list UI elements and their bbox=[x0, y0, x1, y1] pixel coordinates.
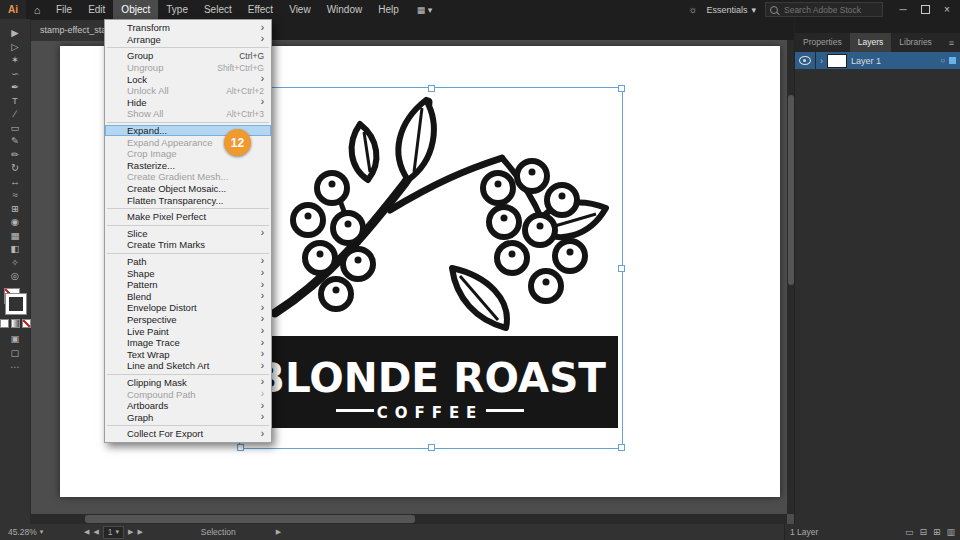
menu-item-graph[interactable]: Graph› bbox=[105, 411, 271, 423]
mesh-tool[interactable]: ▦ bbox=[3, 229, 27, 243]
gradient-button[interactable] bbox=[11, 319, 20, 328]
selection-bounding-box[interactable] bbox=[239, 87, 623, 449]
status-expand-icon[interactable]: ▶ bbox=[276, 528, 281, 536]
menu-item-envelope-distort[interactable]: Envelope Distort› bbox=[105, 302, 271, 314]
expand-chevron-icon[interactable]: › bbox=[820, 56, 823, 66]
menu-item-live-paint[interactable]: Live Paint› bbox=[105, 325, 271, 337]
type-tool[interactable]: T bbox=[3, 94, 27, 108]
menu-item-path[interactable]: Path› bbox=[105, 256, 271, 268]
vertical-scrollbar-thumb[interactable] bbox=[788, 95, 794, 285]
selection-handle[interactable] bbox=[428, 85, 435, 92]
home-icon[interactable]: ⌂ bbox=[26, 4, 48, 16]
menu-item-shape[interactable]: Shape› bbox=[105, 267, 271, 279]
menu-item-blend[interactable]: Blend› bbox=[105, 290, 271, 302]
change-screen-mode-button[interactable]: ▢ bbox=[3, 346, 27, 360]
make-clipping-mask-icon[interactable]: ▭ bbox=[905, 527, 914, 537]
menu-item-make-pixel-perfect[interactable]: Make Pixel Perfect bbox=[105, 211, 271, 223]
menu-item-collect-for-export[interactable]: Collect For Export› bbox=[105, 428, 271, 440]
arrange-documents-icon[interactable]: ▦ ▾ bbox=[417, 5, 433, 15]
artboard-number-box[interactable]: 1 ▾ bbox=[103, 526, 124, 539]
menubar-menu-edit[interactable]: Edit bbox=[80, 0, 113, 19]
none-button[interactable] bbox=[22, 319, 31, 328]
menu-item-rasterize[interactable]: Rasterize... bbox=[105, 160, 271, 172]
width-tool[interactable]: ≈ bbox=[3, 188, 27, 202]
menu-item-flatten-transparency[interactable]: Flatten Transparency... bbox=[105, 194, 271, 206]
menubar-menu-effect[interactable]: Effect bbox=[240, 0, 281, 19]
menubar-menu-object[interactable]: Object bbox=[113, 0, 158, 19]
last-artboard-button[interactable]: ▶ bbox=[137, 528, 142, 536]
panel-menu-icon[interactable]: ≡ bbox=[943, 38, 960, 48]
layer-name[interactable]: Layer 1 bbox=[851, 56, 936, 66]
delete-layer-icon[interactable]: ▥ bbox=[946, 527, 955, 537]
visibility-eye-icon[interactable] bbox=[799, 56, 811, 65]
lasso-tool[interactable]: ∽ bbox=[3, 67, 27, 81]
menu-item-lock[interactable]: Lock› bbox=[105, 73, 271, 85]
line-segment-tool[interactable]: ∕ bbox=[3, 107, 27, 121]
blend-tool[interactable]: ◎ bbox=[3, 269, 27, 283]
menu-item-create-trim-marks[interactable]: Create Trim Marks bbox=[105, 239, 271, 251]
zoom-control[interactable]: 45.28% ▾ bbox=[0, 527, 70, 537]
menu-item-slice[interactable]: Slice› bbox=[105, 228, 271, 240]
selection-handle[interactable] bbox=[618, 265, 625, 272]
minimize-button[interactable]: ─ bbox=[892, 0, 914, 19]
panel-tab-layers[interactable]: Layers bbox=[850, 33, 892, 52]
menu-item-perspective[interactable]: Perspective› bbox=[105, 314, 271, 326]
menubar-menu-window[interactable]: Window bbox=[319, 0, 371, 19]
menubar-menu-help[interactable]: Help bbox=[370, 0, 407, 19]
color-button[interactable] bbox=[0, 319, 9, 328]
menubar-menu-view[interactable]: View bbox=[281, 0, 319, 19]
layer-row[interactable]: ›Layer 1○ bbox=[795, 52, 960, 69]
eyedropper-tool[interactable]: ✧ bbox=[3, 256, 27, 270]
panel-tab-libraries[interactable]: Libraries bbox=[891, 33, 940, 52]
gradient-tool[interactable]: ◧ bbox=[3, 242, 27, 256]
menu-item-create-object-mosaic[interactable]: Create Object Mosaic... bbox=[105, 183, 271, 195]
menubar-menu-type[interactable]: Type bbox=[158, 0, 196, 19]
selection-handle[interactable] bbox=[237, 444, 244, 451]
selection-handle[interactable] bbox=[618, 85, 625, 92]
selection-handle[interactable] bbox=[428, 444, 435, 451]
rotate-tool[interactable]: ↻ bbox=[3, 161, 27, 175]
menu-item-clipping-mask[interactable]: Clipping Mask› bbox=[105, 377, 271, 389]
selection-tool[interactable]: ▶ bbox=[3, 26, 27, 40]
search-input[interactable] bbox=[782, 4, 876, 16]
free-transform-tool[interactable]: ⊞ bbox=[3, 202, 27, 216]
create-new-sublayer-icon[interactable]: ⊟ bbox=[919, 527, 927, 537]
next-artboard-button[interactable]: ▶ bbox=[128, 528, 133, 536]
pencil-tool[interactable]: ✏ bbox=[3, 148, 27, 162]
magic-wand-tool[interactable]: ✶ bbox=[3, 53, 27, 67]
stroke-color-swatch[interactable] bbox=[6, 294, 26, 314]
horizontal-scrollbar-thumb[interactable] bbox=[85, 515, 415, 523]
menu-item-pattern[interactable]: Pattern› bbox=[105, 279, 271, 291]
menu-item-arrange[interactable]: Arrange› bbox=[105, 34, 271, 46]
panel-tab-properties[interactable]: Properties bbox=[795, 33, 850, 52]
selection-handle[interactable] bbox=[618, 444, 625, 451]
stock-search-box[interactable] bbox=[765, 2, 883, 17]
menu-item-text-wrap[interactable]: Text Wrap› bbox=[105, 348, 271, 360]
menu-item-transform[interactable]: Transform› bbox=[105, 22, 271, 34]
menubar-menu-select[interactable]: Select bbox=[196, 0, 240, 19]
draw-normal-mode-button[interactable]: ▣ bbox=[3, 332, 27, 346]
paintbrush-tool[interactable]: ✎ bbox=[3, 134, 27, 148]
menubar-menu-file[interactable]: File bbox=[48, 0, 80, 19]
restore-button[interactable] bbox=[914, 0, 936, 19]
menu-item-hide[interactable]: Hide› bbox=[105, 97, 271, 109]
workspace-switcher[interactable]: Essentials ▾ bbox=[706, 5, 756, 15]
menu-item-group[interactable]: GroupCtrl+G bbox=[105, 50, 271, 62]
layer-target-icon[interactable]: ○ bbox=[940, 56, 945, 65]
edit-toolbar-button[interactable]: ⋯ bbox=[3, 360, 27, 374]
close-button[interactable]: × bbox=[936, 0, 958, 19]
previous-artboard-button[interactable]: ◀ bbox=[93, 528, 98, 536]
rectangle-tool[interactable]: ▭ bbox=[3, 121, 27, 135]
menu-item-line-and-sketch-art[interactable]: Line and Sketch Art› bbox=[105, 360, 271, 372]
menu-item-image-trace[interactable]: Image Trace› bbox=[105, 337, 271, 349]
direct-selection-tool[interactable]: ▷ bbox=[3, 40, 27, 54]
layer-selection-chip[interactable] bbox=[949, 57, 956, 64]
layer-thumbnail[interactable] bbox=[827, 54, 847, 68]
first-artboard-button[interactable]: ◀ bbox=[84, 528, 89, 536]
scale-tool[interactable]: ↔ bbox=[3, 175, 27, 189]
discover-lightbulb-icon[interactable]: ☼ bbox=[688, 4, 697, 15]
horizontal-scrollbar[interactable] bbox=[30, 514, 787, 524]
create-new-layer-icon[interactable]: ⊞ bbox=[933, 527, 941, 537]
menu-item-artboards[interactable]: Artboards› bbox=[105, 400, 271, 412]
vertical-scrollbar[interactable] bbox=[787, 40, 795, 514]
